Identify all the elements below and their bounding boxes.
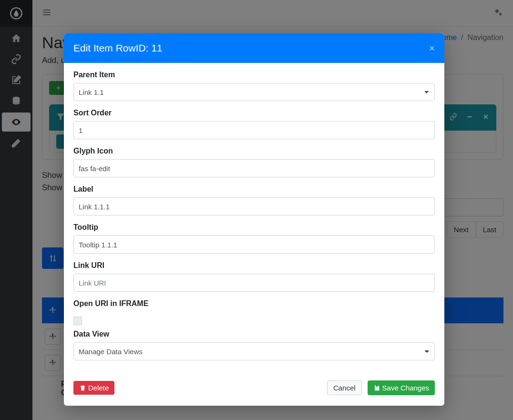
edit-modal: Edit Item RowID: 11 × Parent Item Link 1…: [64, 33, 444, 406]
label-input[interactable]: [73, 197, 435, 215]
iframe-label: Open URI in IFRAME: [73, 299, 435, 308]
link-uri-input[interactable]: [73, 274, 435, 292]
iframe-checkbox[interactable]: [73, 317, 82, 325]
save-icon: [373, 384, 380, 391]
save-button[interactable]: Save Changes: [368, 380, 435, 395]
modal-close[interactable]: ×: [429, 43, 435, 54]
cancel-button[interactable]: Cancel: [327, 380, 362, 395]
sort-order-input[interactable]: [73, 121, 435, 139]
trash-icon: [79, 384, 86, 391]
sort-order-label: Sort Order: [73, 109, 435, 117]
glyph-icon-input[interactable]: [73, 159, 435, 177]
modal-title: Edit Item RowID: 11: [73, 42, 163, 54]
parent-item-select[interactable]: Link 1.1: [73, 83, 435, 101]
tooltip-label: Tooltip: [73, 223, 435, 232]
tooltip-input[interactable]: [73, 236, 435, 254]
dataview-select[interactable]: Manage Data Views: [73, 342, 435, 360]
modal-header: Edit Item RowID: 11 ×: [64, 33, 444, 63]
glyph-icon-label: Glyph Icon: [73, 147, 435, 155]
parent-item-label: Parent Item: [73, 71, 435, 79]
label-label: Label: [73, 185, 435, 194]
dataview-label: Data View: [73, 330, 435, 338]
link-uri-label: Link URI: [73, 261, 435, 270]
delete-button[interactable]: Delete: [73, 381, 114, 395]
